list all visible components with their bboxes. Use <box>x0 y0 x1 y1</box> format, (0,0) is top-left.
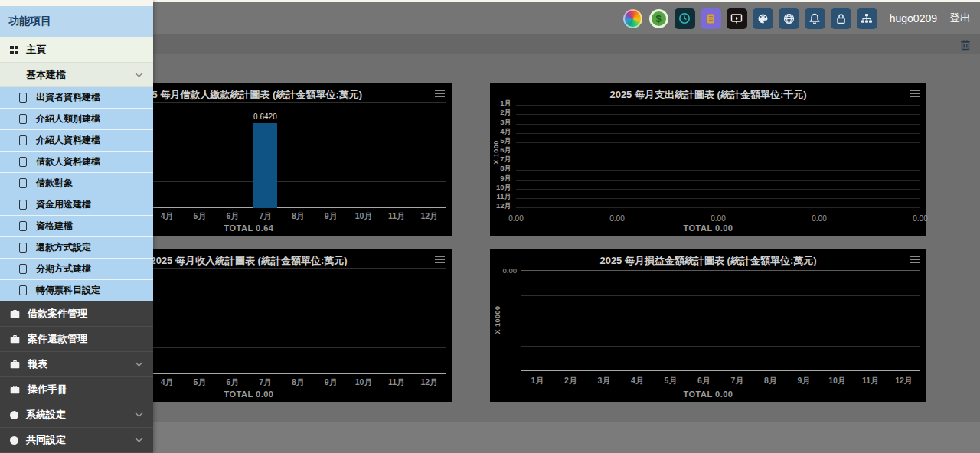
sidebar-item-basic-8[interactable]: 分期方式建檔 <box>0 259 153 280</box>
bar-value-label: 0.6420 <box>253 112 277 121</box>
x-label: 8月 <box>282 377 315 388</box>
sidebar-module-4[interactable]: 系統設定 <box>0 402 153 428</box>
sidebar-module-label: 案件還款管理 <box>28 332 87 346</box>
lock-icon[interactable] <box>831 8 851 29</box>
briefcase-icon <box>10 334 20 344</box>
x-label: 4月 <box>150 377 183 388</box>
sidebar-module-label: 操作手冊 <box>28 383 67 396</box>
chart-row-10月: 10月 <box>516 181 920 190</box>
y-label: 11月 <box>496 192 511 202</box>
chart-row-3月: 3月 <box>516 115 920 124</box>
briefcase-icon <box>10 309 20 318</box>
app-icon-list: $ <box>622 8 877 29</box>
x-label: 3月 <box>587 376 621 386</box>
chart-plot-area: 1月2月3月4月5月6月7月8月9月10月11月12月 <box>516 96 920 208</box>
y-label: 10月 <box>496 183 511 193</box>
bell-icon[interactable] <box>805 8 825 29</box>
chart-menu-icon[interactable] <box>435 90 445 99</box>
y-label: 9月 <box>500 174 511 184</box>
sidebar-item-label: 還款方式設定 <box>36 241 91 254</box>
sidebar-module-1[interactable]: 案件還款管理 <box>0 327 153 352</box>
x-label: 5月 <box>183 377 216 388</box>
username-label: hugo0209 <box>890 12 937 24</box>
chart-menu-icon[interactable] <box>435 256 445 265</box>
sidebar-item-basic-9[interactable]: 轉傳票科目設定 <box>0 280 153 301</box>
sidebar-item-label: 介紹人資料建檔 <box>36 134 100 147</box>
chart-row-7月: 7月 <box>516 152 920 161</box>
chart-gridline <box>521 321 920 321</box>
sidebar-module-3[interactable]: 操作手冊 <box>0 377 153 402</box>
x-label: 9月 <box>787 376 821 386</box>
x-label: 5月 <box>654 376 688 386</box>
sitemap-icon[interactable] <box>857 8 877 29</box>
y-label: 4月 <box>500 127 511 137</box>
colorful-ball-icon[interactable] <box>622 8 643 29</box>
sidebar-item-basic-0[interactable]: 出資者資料建檔 <box>0 87 153 109</box>
palette-icon[interactable] <box>753 8 773 29</box>
sidebar-item-basic-7[interactable]: 還款方式設定 <box>0 237 153 259</box>
sidebar-module-5[interactable]: 共同設定 <box>0 428 153 453</box>
x-label: 4月 <box>621 376 655 386</box>
sidebar-item-label: 介紹人類別建檔 <box>36 112 100 125</box>
clock-icon[interactable] <box>675 8 695 29</box>
chart-row-2月: 2月 <box>516 106 920 115</box>
sidebar-module-0[interactable]: 借款案件管理 <box>0 301 153 327</box>
green-coin-icon[interactable]: $ <box>648 8 669 29</box>
grid-icon <box>10 46 18 54</box>
sidebar-item-label: 資金用途建檔 <box>36 198 91 211</box>
sidebar-group-basic[interactable]: 基本建檔 <box>0 63 153 87</box>
sidebar-item-home[interactable]: 主頁 <box>0 37 153 63</box>
sidebar-module-label: 報表 <box>28 357 47 371</box>
y-label: 5月 <box>500 136 511 146</box>
chart-row-9月: 9月 <box>516 171 920 180</box>
chevron-down-icon <box>135 72 143 77</box>
sidebar-module-2[interactable]: 報表 <box>0 352 153 377</box>
chevron-down-icon <box>135 362 143 367</box>
logout-button[interactable]: 登出 <box>949 11 971 25</box>
chart-gridline <box>521 346 920 347</box>
x-tick: 0.00 <box>508 214 523 223</box>
tablet-icon <box>19 157 27 167</box>
sidebar-item-label: 分期方式建檔 <box>36 262 91 275</box>
y-label: 1月 <box>500 99 511 109</box>
y-label: 12月 <box>496 201 511 211</box>
tablet-icon <box>19 93 27 103</box>
y-label: 8月 <box>500 164 511 174</box>
x-label: 9月 <box>315 211 348 222</box>
trash-icon[interactable] <box>960 39 971 51</box>
chart-panel-monthly-expense: 2025 每月支出統計圖表 (統計金額單位:千元)TOTAL 0.001月2月3… <box>490 83 926 236</box>
globe-icon[interactable] <box>779 8 799 29</box>
chart-total-label: TOTAL 0.00 <box>490 223 926 233</box>
sidebar-item-basic-6[interactable]: 資格建檔 <box>0 216 153 237</box>
colorful-ball-icon <box>623 9 642 28</box>
presentation-icon[interactable] <box>727 8 747 29</box>
sidebar-item-basic-3[interactable]: 借款人資料建檔 <box>0 152 153 173</box>
sphere-icon <box>10 411 18 419</box>
sidebar-item-label: 借款對象 <box>36 177 73 190</box>
sidebar-item-basic-1[interactable]: 介紹人類別建檔 <box>0 109 153 130</box>
tablet-icon <box>19 200 27 210</box>
scroll-icon[interactable] <box>701 8 721 29</box>
sidebar-top-strip <box>0 0 153 6</box>
tablet-icon <box>19 264 27 274</box>
x-label: 10月 <box>347 377 380 388</box>
sidebar-module-label: 借款案件管理 <box>28 307 87 321</box>
x-label: 11月 <box>380 211 413 222</box>
chart-row-4月: 4月 <box>516 125 920 134</box>
y-label: 3月 <box>500 118 511 128</box>
chart-row-12月: 12月 <box>516 199 920 208</box>
chart-menu-icon[interactable] <box>910 256 920 265</box>
x-label: 12月 <box>887 376 921 386</box>
chevron-down-icon <box>135 412 143 418</box>
x-label: 7月 <box>720 376 754 386</box>
tablet-icon <box>19 135 27 145</box>
chart-row-5月: 5月 <box>516 134 920 143</box>
sidebar-item-basic-2[interactable]: 介紹人資料建檔 <box>0 130 153 152</box>
x-tick: 0.00 <box>710 214 725 223</box>
y-tick-label: 0.00 <box>503 266 518 275</box>
sidebar-item-label: 出資者資料建檔 <box>36 91 100 104</box>
x-label: 7月 <box>249 211 282 222</box>
sidebar-item-basic-4[interactable]: 借款對象 <box>0 173 153 194</box>
sidebar-item-basic-5[interactable]: 資金用途建檔 <box>0 194 153 216</box>
x-label: 7月 <box>249 377 282 388</box>
